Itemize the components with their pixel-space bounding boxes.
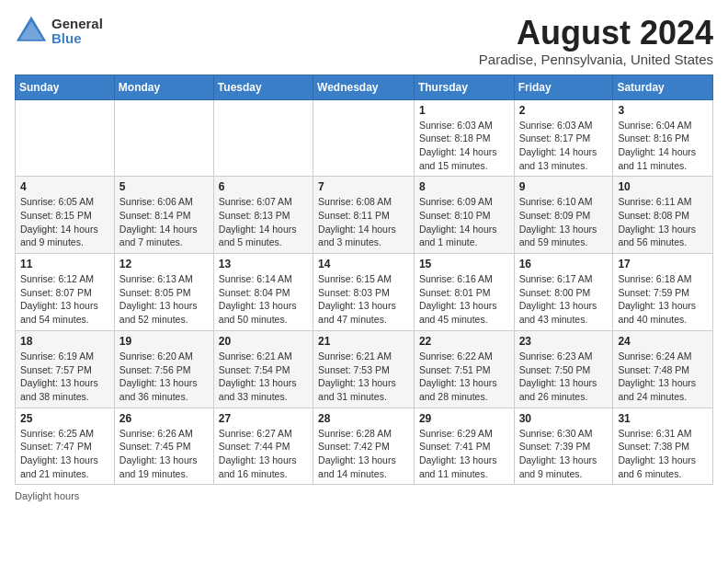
day-number: 18 <box>20 335 109 348</box>
day-cell: 28Sunrise: 6:28 AMSunset: 7:42 PMDayligh… <box>313 408 415 485</box>
day-number: 26 <box>119 412 209 425</box>
day-number: 11 <box>20 258 109 270</box>
day-number: 13 <box>219 258 308 270</box>
header-cell-wednesday: Wednesday <box>313 75 415 99</box>
day-number: 6 <box>219 180 308 193</box>
day-number: 9 <box>519 180 609 193</box>
week-row-0: 1Sunrise: 6:03 AMSunset: 8:18 PMDaylight… <box>16 99 713 177</box>
day-cell: 19Sunrise: 6:20 AMSunset: 7:56 PMDayligh… <box>114 330 213 408</box>
day-number: 4 <box>20 180 109 193</box>
day-info: Sunrise: 6:13 AMSunset: 8:05 PMDaylight:… <box>119 272 209 327</box>
day-number: 12 <box>119 258 209 270</box>
day-number: 29 <box>419 412 509 425</box>
day-info: Sunrise: 6:23 AMSunset: 7:50 PMDaylight:… <box>519 350 609 404</box>
day-number: 2 <box>519 104 609 117</box>
day-info: Sunrise: 6:26 AMSunset: 7:45 PMDaylight:… <box>119 427 209 481</box>
day-number: 8 <box>419 180 509 193</box>
day-cell <box>16 99 115 177</box>
header-cell-sunday: Sunday <box>16 75 115 99</box>
day-cell: 14Sunrise: 6:15 AMSunset: 8:03 PMDayligh… <box>313 254 415 331</box>
day-cell: 26Sunrise: 6:26 AMSunset: 7:45 PMDayligh… <box>114 408 213 485</box>
day-cell: 4Sunrise: 6:05 AMSunset: 8:15 PMDaylight… <box>16 177 115 254</box>
day-number: 23 <box>519 335 609 348</box>
day-number: 5 <box>119 180 209 193</box>
page-header: General Blue August 2024 Paradise, Penns… <box>15 15 713 67</box>
day-info: Sunrise: 6:16 AMSunset: 8:01 PMDaylight:… <box>419 272 509 327</box>
logo-general: General <box>51 17 103 32</box>
footer-text: Daylight hours <box>15 490 79 501</box>
day-number: 31 <box>618 412 708 425</box>
day-cell: 1Sunrise: 6:03 AMSunset: 8:18 PMDaylight… <box>414 99 514 177</box>
day-info: Sunrise: 6:03 AMSunset: 8:17 PMDaylight:… <box>519 119 609 173</box>
day-number: 24 <box>618 335 708 348</box>
day-number: 25 <box>20 412 109 425</box>
logo: General Blue <box>15 15 103 48</box>
day-cell: 31Sunrise: 6:31 AMSunset: 7:38 PMDayligh… <box>613 408 713 485</box>
day-info: Sunrise: 6:04 AMSunset: 8:16 PMDaylight:… <box>618 119 708 173</box>
header-cell-tuesday: Tuesday <box>213 75 313 99</box>
day-number: 30 <box>519 412 609 425</box>
day-info: Sunrise: 6:14 AMSunset: 8:04 PMDaylight:… <box>219 272 308 327</box>
day-info: Sunrise: 6:27 AMSunset: 7:44 PMDaylight:… <box>219 427 308 481</box>
header-cell-monday: Monday <box>114 75 213 99</box>
day-info: Sunrise: 6:09 AMSunset: 8:10 PMDaylight:… <box>419 195 509 249</box>
day-cell: 29Sunrise: 6:29 AMSunset: 7:41 PMDayligh… <box>414 408 514 485</box>
day-number: 20 <box>219 335 308 348</box>
day-cell: 3Sunrise: 6:04 AMSunset: 8:16 PMDaylight… <box>613 99 713 177</box>
header-cell-thursday: Thursday <box>414 75 514 99</box>
day-cell: 25Sunrise: 6:25 AMSunset: 7:47 PMDayligh… <box>16 408 115 485</box>
day-cell: 20Sunrise: 6:21 AMSunset: 7:54 PMDayligh… <box>213 330 313 408</box>
day-info: Sunrise: 6:20 AMSunset: 7:56 PMDaylight:… <box>119 350 209 404</box>
day-number: 16 <box>519 258 609 270</box>
day-number: 22 <box>419 335 509 348</box>
week-row-3: 18Sunrise: 6:19 AMSunset: 7:57 PMDayligh… <box>16 330 713 408</box>
day-cell: 22Sunrise: 6:22 AMSunset: 7:51 PMDayligh… <box>414 330 514 408</box>
day-cell: 16Sunrise: 6:17 AMSunset: 8:00 PMDayligh… <box>514 254 613 331</box>
logo-text: General Blue <box>51 17 103 47</box>
week-row-1: 4Sunrise: 6:05 AMSunset: 8:15 PMDaylight… <box>16 177 713 254</box>
day-number: 1 <box>419 104 509 117</box>
day-info: Sunrise: 6:08 AMSunset: 8:11 PMDaylight:… <box>318 195 409 249</box>
day-cell: 5Sunrise: 6:06 AMSunset: 8:14 PMDaylight… <box>114 177 213 254</box>
day-number: 19 <box>119 335 209 348</box>
day-info: Sunrise: 6:05 AMSunset: 8:15 PMDaylight:… <box>20 195 109 249</box>
title-block: August 2024 Paradise, Pennsylvania, Unit… <box>479 15 713 67</box>
day-info: Sunrise: 6:30 AMSunset: 7:39 PMDaylight:… <box>519 427 609 481</box>
day-info: Sunrise: 6:19 AMSunset: 7:57 PMDaylight:… <box>20 350 109 404</box>
day-number: 15 <box>419 258 509 270</box>
calendar-body: 1Sunrise: 6:03 AMSunset: 8:18 PMDaylight… <box>16 99 713 485</box>
calendar-table: SundayMondayTuesdayWednesdayThursdayFrid… <box>15 75 713 486</box>
day-number: 7 <box>318 180 409 193</box>
calendar-subtitle: Paradise, Pennsylvania, United States <box>479 52 713 67</box>
day-info: Sunrise: 6:03 AMSunset: 8:18 PMDaylight:… <box>419 119 509 173</box>
day-info: Sunrise: 6:07 AMSunset: 8:13 PMDaylight:… <box>219 195 308 249</box>
day-number: 14 <box>318 258 409 270</box>
day-cell: 12Sunrise: 6:13 AMSunset: 8:05 PMDayligh… <box>114 254 213 331</box>
day-cell: 13Sunrise: 6:14 AMSunset: 8:04 PMDayligh… <box>213 254 313 331</box>
day-info: Sunrise: 6:10 AMSunset: 8:09 PMDaylight:… <box>519 195 609 249</box>
day-cell <box>114 99 213 177</box>
day-number: 27 <box>219 412 308 425</box>
day-info: Sunrise: 6:24 AMSunset: 7:48 PMDaylight:… <box>618 350 708 404</box>
day-info: Sunrise: 6:31 AMSunset: 7:38 PMDaylight:… <box>618 427 708 481</box>
day-cell: 27Sunrise: 6:27 AMSunset: 7:44 PMDayligh… <box>213 408 313 485</box>
day-info: Sunrise: 6:28 AMSunset: 7:42 PMDaylight:… <box>318 427 409 481</box>
day-info: Sunrise: 6:11 AMSunset: 8:08 PMDaylight:… <box>618 195 708 249</box>
day-cell: 8Sunrise: 6:09 AMSunset: 8:10 PMDaylight… <box>414 177 514 254</box>
day-cell: 9Sunrise: 6:10 AMSunset: 8:09 PMDaylight… <box>514 177 613 254</box>
header-row: SundayMondayTuesdayWednesdayThursdayFrid… <box>16 75 713 99</box>
day-info: Sunrise: 6:12 AMSunset: 8:07 PMDaylight:… <box>20 272 109 327</box>
day-info: Sunrise: 6:21 AMSunset: 7:53 PMDaylight:… <box>318 350 409 404</box>
day-cell: 2Sunrise: 6:03 AMSunset: 8:17 PMDaylight… <box>514 99 613 177</box>
day-cell: 10Sunrise: 6:11 AMSunset: 8:08 PMDayligh… <box>613 177 713 254</box>
day-info: Sunrise: 6:25 AMSunset: 7:47 PMDaylight:… <box>20 427 109 481</box>
logo-icon <box>15 15 48 48</box>
day-cell: 11Sunrise: 6:12 AMSunset: 8:07 PMDayligh… <box>16 254 115 331</box>
day-cell: 24Sunrise: 6:24 AMSunset: 7:48 PMDayligh… <box>613 330 713 408</box>
day-cell: 7Sunrise: 6:08 AMSunset: 8:11 PMDaylight… <box>313 177 415 254</box>
day-cell: 23Sunrise: 6:23 AMSunset: 7:50 PMDayligh… <box>514 330 613 408</box>
header-cell-saturday: Saturday <box>613 75 713 99</box>
header-cell-friday: Friday <box>514 75 613 99</box>
day-info: Sunrise: 6:18 AMSunset: 7:59 PMDaylight:… <box>618 272 708 327</box>
day-info: Sunrise: 6:21 AMSunset: 7:54 PMDaylight:… <box>219 350 308 404</box>
